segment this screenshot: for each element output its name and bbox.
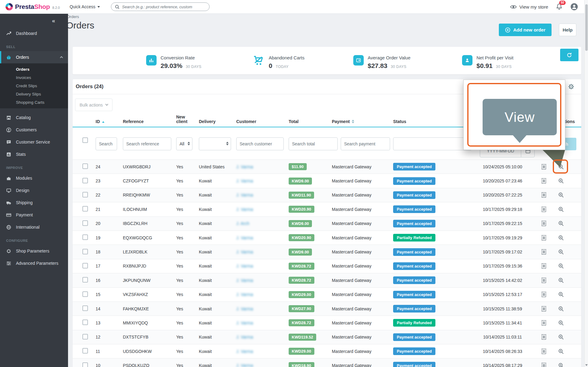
sidebar-item-advanced-parameters[interactable]: Advanced Parameters [0, 257, 68, 269]
view-order-icon[interactable] [557, 248, 565, 256]
table-row[interactable]: 10 PSDOLKUZO Yes Kuwait J. Varma KWD18.9… [73, 358, 581, 367]
sidebar-item-orders[interactable]: Orders [0, 51, 68, 63]
column-header-id[interactable]: ID [96, 119, 123, 124]
sidebar-item-dashboard[interactable]: Dashboard [0, 27, 68, 39]
row-checkbox[interactable] [82, 277, 88, 283]
row-checkbox[interactable] [82, 348, 88, 354]
table-row[interactable]: 13 MMIXIYQDQ Yes Kuwait J. Varma KWD28.7… [73, 316, 581, 330]
sidebar-item-international[interactable]: International [0, 221, 68, 233]
table-row[interactable]: 18 LEJXRDBLK Yes Kuwait J. Varma KWD9.00… [73, 245, 581, 259]
table-row[interactable]: 16 JKPUNQUNW Yes Kuwait J. Varma KWD28.7… [73, 273, 581, 287]
table-row[interactable]: 12 DXTSTCFYB Yes Kuwait J. Varma KWD119.… [73, 330, 581, 344]
sidebar-item-stats[interactable]: Stats [0, 148, 68, 160]
row-checkbox[interactable] [82, 263, 88, 268]
table-row[interactable]: 19 EQXWGDQCG Yes Kuwait J. Varma KWD20.9… [73, 230, 581, 245]
sidebar-item-modules[interactable]: Modules [0, 172, 68, 184]
prestashop-logo[interactable]: Presta Shop 8.2.0 [6, 3, 60, 10]
order-details-icon[interactable] [540, 305, 548, 313]
order-details-icon[interactable] [540, 362, 548, 367]
help-button[interactable]: Help [559, 24, 576, 36]
view-order-icon[interactable] [557, 262, 565, 270]
row-checkbox[interactable] [82, 334, 88, 339]
order-details-icon[interactable] [540, 333, 548, 341]
customer-link[interactable]: J. Varma [236, 193, 253, 197]
order-details-icon[interactable] [540, 291, 548, 298]
sidebar-subitem-orders[interactable]: Orders [0, 65, 68, 73]
row-checkbox[interactable] [82, 249, 88, 254]
row-checkbox[interactable] [82, 291, 88, 297]
filter-total-input[interactable] [289, 137, 338, 150]
sidebar-item-shipping[interactable]: Shipping [0, 197, 68, 209]
user-avatar[interactable] [570, 3, 578, 11]
scrollbar-down-arrow[interactable] [585, 364, 588, 366]
sidebar-item-catalog[interactable]: Catalog [0, 111, 68, 124]
table-row[interactable]: 17 RXBNIJPJD Yes Kuwait J. Varma KWD28.7… [73, 259, 581, 273]
view-order-icon[interactable] [557, 206, 565, 213]
table-row[interactable]: 20 IBGCZKLRH Yes Kuwait J. Arch KWD9.00 … [73, 216, 581, 230]
order-details-icon[interactable] [540, 248, 548, 256]
add-new-order-button[interactable]: Add new order [499, 24, 552, 36]
sidebar-item-design[interactable]: Design [0, 184, 68, 197]
refresh-kpi-button[interactable] [560, 49, 579, 61]
filter-payment-input[interactable] [341, 137, 390, 150]
row-checkbox[interactable] [82, 320, 88, 325]
view-order-icon[interactable] [557, 177, 565, 185]
customer-link[interactable]: J. Varma [236, 207, 253, 212]
table-row[interactable]: 22 RREIQHKMW Yes Kuwait J. Varma KWD11.9… [73, 188, 581, 202]
bulk-actions-button[interactable]: Bulk actions [75, 99, 112, 111]
table-row[interactable]: 23 CZFOGPYZT Yes Kuwait J. Varma KWD9.00… [73, 174, 581, 188]
customer-link[interactable]: J. Varma [236, 164, 253, 169]
customer-link[interactable]: J. Varma [236, 292, 253, 297]
view-order-icon[interactable] [557, 305, 565, 313]
table-row[interactable]: 11 UDSDGOHKW Yes Kuwait J. Varma KWD29.0… [73, 344, 581, 358]
filter-reference-input[interactable] [123, 137, 171, 150]
customer-link[interactable]: J. Varma [236, 278, 253, 283]
view-order-icon[interactable] [557, 333, 565, 341]
row-checkbox[interactable] [82, 206, 88, 212]
view-order-icon[interactable] [557, 319, 565, 327]
row-checkbox[interactable] [82, 220, 88, 226]
customer-link[interactable]: J. Varma [236, 320, 253, 325]
order-details-icon[interactable] [540, 234, 548, 242]
search-input[interactable] [122, 5, 206, 9]
table-row[interactable]: 15 VKZSFAHXZ Yes Kuwait J. Varma KWD29.0… [73, 287, 581, 301]
customer-link[interactable]: J. Varma [236, 249, 253, 254]
order-details-icon[interactable] [540, 206, 548, 213]
view-order-icon[interactable] [557, 191, 565, 199]
filter-id-input[interactable] [96, 137, 117, 150]
order-details-icon[interactable] [540, 262, 548, 270]
order-details-icon[interactable] [540, 220, 548, 227]
sidebar-collapse-button[interactable]: « [52, 18, 55, 24]
sidebar-subitem-shopping-carts[interactable]: Shopping Carts [0, 98, 68, 107]
customer-link[interactable]: J. Varma [236, 306, 253, 311]
sidebar-subitem-credit-slips[interactable]: Credit Slips [0, 82, 68, 90]
row-checkbox[interactable] [82, 192, 88, 197]
filter-new-client-select[interactable]: All [176, 137, 192, 150]
sidebar-item-customer-service[interactable]: Customer Service [0, 136, 68, 148]
order-details-icon[interactable] [540, 177, 548, 185]
view-my-store-link[interactable]: View my store [510, 4, 548, 9]
filter-delivery-select[interactable] [199, 137, 231, 150]
view-order-icon[interactable] [557, 277, 565, 284]
row-checkbox[interactable] [82, 305, 88, 311]
view-order-icon[interactable] [557, 234, 565, 242]
customer-link[interactable]: J. Varma [236, 335, 253, 339]
view-order-icon[interactable] [557, 362, 565, 367]
sidebar-item-payment[interactable]: Payment [0, 209, 68, 221]
customer-link[interactable]: J. Varma [236, 349, 253, 354]
customer-link[interactable]: J. Varma [236, 264, 253, 268]
select-all-checkbox[interactable] [82, 137, 88, 143]
view-order-icon[interactable] [557, 291, 565, 298]
view-order-icon[interactable] [557, 220, 565, 227]
order-details-icon[interactable] [540, 348, 548, 355]
table-row[interactable]: 21 ILOCHNUIM Yes Kuwait J. Varma KWD20.9… [73, 202, 581, 216]
row-checkbox[interactable] [82, 362, 88, 367]
column-header-payment[interactable]: Payment [332, 119, 393, 124]
customer-link[interactable]: J. Varma [236, 363, 253, 367]
customer-link[interactable]: J. Varma [236, 178, 253, 183]
notifications-button[interactable]: 50 [556, 3, 562, 10]
table-row[interactable]: 14 FAHKQMJXE Yes Kuwait J. Varma KWD27.9… [73, 301, 581, 316]
row-checkbox[interactable] [82, 163, 88, 169]
table-row[interactable]: 24 UXWRGBDRJ Yes United States J. Varma … [73, 159, 581, 174]
sidebar-subitem-invoices[interactable]: Invoices [0, 73, 68, 82]
